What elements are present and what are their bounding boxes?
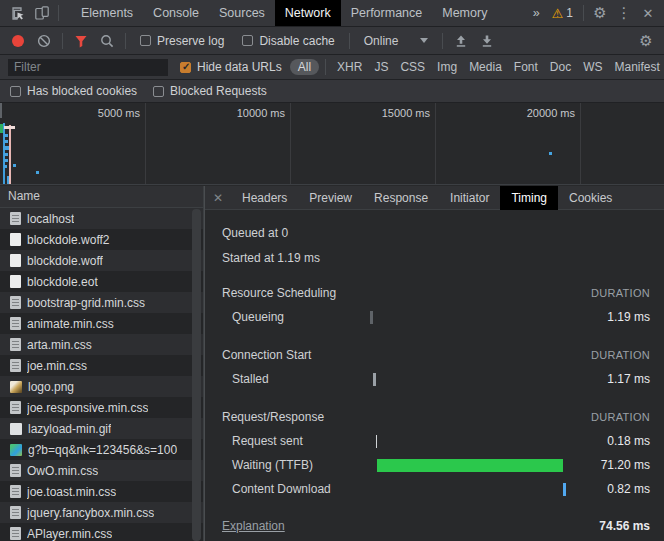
import-har-icon[interactable] <box>449 29 473 53</box>
divider <box>442 33 443 49</box>
request-name: g?b=qq&nk=123456&s=100 <box>28 443 177 457</box>
timing-row: Queueing1.19 ms <box>222 305 650 329</box>
tab-performance[interactable]: Performance <box>341 0 433 26</box>
request-row[interactable]: OwO.min.css <box>0 460 203 481</box>
filter-type-font[interactable]: Font <box>509 59 543 75</box>
detail-tab-preview[interactable]: Preview <box>298 186 363 210</box>
request-row[interactable]: joe.toast.min.css <box>0 481 203 502</box>
filter-input[interactable] <box>8 59 168 76</box>
settings-gear-icon[interactable]: ⚙ <box>588 1 612 25</box>
filter-funnel-icon[interactable] <box>69 29 93 53</box>
explanation-link[interactable]: Explanation <box>222 519 285 533</box>
request-row[interactable]: logo.png <box>0 376 203 397</box>
overview-activity-mark <box>13 164 16 167</box>
close-details-icon[interactable]: ✕ <box>205 191 231 205</box>
timing-phase-label: Content Download <box>222 482 370 496</box>
checkbox[interactable] <box>180 62 191 73</box>
filter-type-css[interactable]: CSS <box>395 59 430 75</box>
timing-phase-label: Stalled <box>222 372 370 386</box>
request-row[interactable]: bootstrap-grid.min.css <box>0 292 203 313</box>
filter-type-js[interactable]: JS <box>369 59 393 75</box>
timing-bar <box>370 311 373 324</box>
tab-console[interactable]: Console <box>143 0 209 26</box>
font-icon <box>10 254 21 267</box>
timing-section: Request/ResponseDURATIONRequest sent0.18… <box>222 405 650 501</box>
request-row[interactable]: g?b=qq&nk=123456&s=100 <box>0 439 203 460</box>
detail-tabbar: ✕ HeadersPreviewResponseInitiatorTimingC… <box>205 186 664 210</box>
record-network-log-button[interactable] <box>6 29 30 53</box>
hide-data-urls-checkbox[interactable]: Hide data URLs <box>180 60 282 74</box>
checkbox[interactable] <box>242 35 253 46</box>
more-options-icon[interactable]: ⋮ <box>612 1 636 25</box>
overview-activity-mark <box>3 146 9 150</box>
request-name: blockdole.woff2 <box>27 233 110 247</box>
timing-row: Waiting (TTFB)71.20 ms <box>222 453 650 477</box>
inspect-element-icon[interactable] <box>6 1 30 25</box>
tab-sources[interactable]: Sources <box>209 0 275 26</box>
tab-elements[interactable]: Elements <box>71 0 143 26</box>
request-row[interactable]: blockdole.woff2 <box>0 229 203 250</box>
export-har-icon[interactable] <box>475 29 499 53</box>
throttling-value: Online <box>364 34 399 48</box>
request-row[interactable]: blockdole.woff <box>0 250 203 271</box>
preserve-log-checkbox[interactable]: Preserve log <box>140 34 224 48</box>
name-column-header[interactable]: Name <box>0 186 203 208</box>
detail-tab-response[interactable]: Response <box>363 186 439 210</box>
document-icon <box>10 506 21 519</box>
checkbox[interactable] <box>140 35 151 46</box>
duration-column-header: DURATION <box>591 411 650 423</box>
disable-cache-checkbox[interactable]: Disable cache <box>242 34 334 48</box>
network-overview-timeline[interactable]: 5000 ms10000 ms15000 ms20000 ms <box>0 103 664 185</box>
more-tabs-chevron[interactable]: » <box>527 0 546 26</box>
image-faint-icon <box>10 423 22 435</box>
overview-tick-label: 20000 ms <box>527 107 580 119</box>
tab-network[interactable]: Network <box>275 0 341 26</box>
detail-tab-cookies[interactable]: Cookies <box>558 186 623 210</box>
blocked-requests-checkbox[interactable]: Blocked Requests <box>153 84 267 98</box>
filter-type-ws[interactable]: WS <box>578 59 607 75</box>
detail-tab-timing[interactable]: Timing <box>500 186 558 210</box>
checkbox[interactable] <box>10 86 21 97</box>
has-blocked-cookies-checkbox[interactable]: Has blocked cookies <box>10 84 137 98</box>
issues-warning-button[interactable]: ⚠ 1 <box>546 1 579 25</box>
search-icon[interactable] <box>95 29 119 53</box>
request-details-panel: ✕ HeadersPreviewResponseInitiatorTimingC… <box>204 186 664 541</box>
started-at-text: Started at 1.19 ms <box>222 249 650 267</box>
timing-row: Content Download0.82 ms <box>222 477 650 501</box>
document-icon <box>10 317 21 330</box>
filter-type-xhr[interactable]: XHR <box>332 59 367 75</box>
request-row[interactable]: animate.min.css <box>0 313 203 334</box>
throttling-dropdown[interactable]: Online <box>364 34 429 48</box>
checkbox[interactable] <box>153 86 164 97</box>
tab-memory[interactable]: Memory <box>432 0 497 26</box>
filter-type-manifest[interactable]: Manifest <box>610 59 664 75</box>
request-name: joe.responsive.min.css <box>27 401 148 415</box>
request-row[interactable]: joe.responsive.min.css <box>0 397 203 418</box>
detail-tab-initiator[interactable]: Initiator <box>439 186 500 210</box>
close-devtools-icon[interactable]: ✕ <box>636 1 660 25</box>
request-row[interactable]: joe.min.css <box>0 355 203 376</box>
request-row[interactable]: arta.min.css <box>0 334 203 355</box>
request-row[interactable]: localhost <box>0 208 203 229</box>
network-settings-gear-icon[interactable]: ⚙ <box>634 29 658 53</box>
filter-type-img[interactable]: Img <box>432 59 462 75</box>
warning-count: 1 <box>566 6 573 20</box>
topbar-right-controls: » ⚠ 1 ⚙ ⋮ ✕ <box>527 0 664 26</box>
panel-tabs: ElementsConsoleSourcesNetworkPerformance… <box>71 0 497 26</box>
vertical-scrollbar[interactable] <box>192 209 201 541</box>
request-row[interactable]: APlayer.min.css <box>0 523 203 541</box>
filter-type-media[interactable]: Media <box>464 59 507 75</box>
clear-network-log-icon[interactable] <box>32 29 56 53</box>
request-row[interactable]: lazyload-min.gif <box>0 418 203 439</box>
filter-type-doc[interactable]: Doc <box>545 59 576 75</box>
chevron-down-icon <box>420 38 428 43</box>
document-icon <box>10 485 21 498</box>
duration-column-header: DURATION <box>591 287 650 299</box>
request-row[interactable]: jquery.fancybox.min.css <box>0 502 203 523</box>
image-logo-icon <box>10 381 22 393</box>
filter-type-all[interactable]: All <box>290 59 319 75</box>
detail-tab-headers[interactable]: Headers <box>231 186 298 210</box>
request-row[interactable]: blockdole.eot <box>0 271 203 292</box>
request-name: blockdole.eot <box>27 275 98 289</box>
device-toolbar-icon[interactable] <box>30 1 54 25</box>
